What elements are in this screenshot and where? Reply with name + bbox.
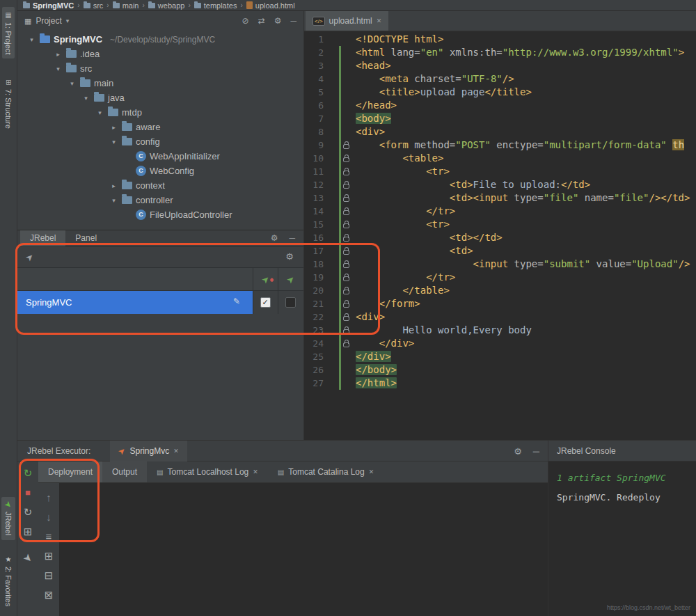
code-line-20[interactable]: 20 </table> (304, 284, 696, 297)
code-line-11[interactable]: 11 <tr> (304, 165, 696, 178)
code-line-25[interactable]: 25</div> (304, 350, 696, 363)
code-line-7[interactable]: 7<body> (304, 112, 696, 125)
breadcrumb-item-main[interactable]: main (113, 1, 139, 10)
collapsed-arrow-icon[interactable]: ▸ (54, 51, 63, 58)
breadcrumb-item-webapp[interactable]: webapp (148, 1, 185, 10)
dashboard-button[interactable]: ⊞ (24, 526, 33, 538)
breadcrumb-item-src[interactable]: src (84, 1, 104, 10)
wrench-icon[interactable]: ⚙ (285, 251, 294, 262)
tab-panel[interactable]: Panel (65, 230, 106, 246)
tree-row-fileuploadcontroller[interactable]: CFileUploadController (17, 207, 303, 222)
tree-row-controller[interactable]: ▾controller (17, 193, 303, 207)
tab-tomcat-localhost-log[interactable]: ▤Tomcat Localhost Log✕ (147, 461, 268, 482)
code-line-17[interactable]: 17 <td> (304, 244, 696, 258)
close-icon[interactable]: ✕ (173, 448, 179, 455)
tab-deployment[interactable]: Deployment (38, 461, 102, 482)
stop-button[interactable]: ■ (25, 487, 31, 499)
tab-jrebel[interactable]: JRebel (20, 230, 65, 246)
tree-row-idea[interactable]: ▸.idea (17, 47, 303, 61)
pin-button[interactable]: ➤ (20, 551, 35, 566)
code-line-18[interactable]: 18 <input type="submit" value="Upload"/> (304, 258, 696, 271)
code-line-12[interactable]: 12 <td>File to upload:</td> (304, 178, 696, 191)
gear-icon[interactable]: ⚙ (274, 16, 282, 26)
tree-row-main[interactable]: ▾main (17, 76, 303, 90)
close-icon[interactable]: ✕ (253, 468, 258, 475)
tree-row-src[interactable]: ▾src (17, 61, 303, 76)
print-button[interactable]: ⊟ (45, 569, 54, 582)
run-tab-springmvc[interactable]: ➤ SpringMvc ✕ (110, 441, 187, 461)
tree-row-config[interactable]: ▾config (17, 134, 303, 149)
minimize-icon[interactable]: ─ (290, 16, 296, 26)
clear-button[interactable]: ⊠ (45, 589, 54, 601)
minimize-icon[interactable]: ─ (289, 233, 295, 243)
code-line-19[interactable]: 19 </tr> (304, 271, 696, 284)
code-line-15[interactable]: 15 <tr> (304, 218, 696, 231)
tree-row-context[interactable]: ▸context (17, 178, 303, 193)
tab-tomcat-catalina-log[interactable]: ▤Tomcat Catalina Log✕ (268, 461, 383, 482)
code-line-13[interactable]: 13 <td><input type="file" name="file"/><… (304, 191, 696, 205)
gear-icon[interactable]: ⚙ (514, 446, 522, 457)
tree-row-webconfig[interactable]: CWebConfig (17, 164, 303, 178)
expanded-arrow-icon[interactable]: ▾ (54, 65, 63, 72)
code-line-6[interactable]: 6</head> (304, 99, 696, 112)
tree-row-springmvc[interactable]: ▾SpringMVC~/Develop/study/SpringMVC (17, 32, 303, 47)
editor-tab-upload-html[interactable]: </> upload.html ✕ (306, 11, 388, 31)
chevron-down-icon[interactable]: ▾ (66, 17, 70, 24)
code-line-3[interactable]: 3<head> (304, 59, 696, 72)
tab-output[interactable]: Output (102, 461, 147, 482)
run-output-area[interactable] (59, 483, 548, 616)
code-line-26[interactable]: 26</body> (304, 363, 696, 377)
code-line-2[interactable]: 2<html lang="en" xmlns:th="http://www.w3… (304, 46, 696, 59)
expanded-arrow-icon[interactable]: ▾ (95, 109, 104, 116)
tree-row-aware[interactable]: ▸aware (17, 120, 303, 134)
code-line-23[interactable]: 23 Hello world,Every body (304, 324, 696, 337)
expanded-arrow-icon[interactable]: ▾ (81, 95, 90, 102)
code-line-16[interactable]: 16 <td></td> (304, 231, 696, 244)
code-line-4[interactable]: 4 <meta charset="UTF-8"/> (304, 72, 696, 86)
stripe-button-1-project[interactable]: ▦1: Project (2, 7, 15, 58)
code-line-9[interactable]: 9 <form method="POST" enctype="multipart… (304, 139, 696, 152)
tree-row-mtdp[interactable]: ▾mtdp (17, 105, 303, 120)
code-editor[interactable]: 1<!DOCTYPE html>2<html lang="en" xmlns:t… (304, 31, 696, 440)
jrebel-remote-checkbox[interactable] (285, 297, 296, 308)
tree-row-webappinitializer[interactable]: CWebAppInitializer (17, 149, 303, 164)
scroll-up-button[interactable]: ↑ (46, 491, 52, 504)
stripe-button-jrebel[interactable]: ➤JRebel (1, 497, 15, 539)
refresh-button[interactable]: ↻ (24, 506, 33, 519)
code-line-5[interactable]: 5 <title>upload page</title> (304, 86, 696, 99)
breadcrumb-item-upload-html[interactable]: upload.html (246, 1, 295, 10)
jrebel-console-output[interactable]: 1 artifact SpringMVCSpringMVC. Redeploy (548, 461, 696, 616)
collapsed-arrow-icon[interactable]: ▸ (109, 124, 118, 131)
minimize-icon[interactable]: ─ (533, 446, 539, 457)
code-line-10[interactable]: 10 <table> (304, 152, 696, 165)
code-line-27[interactable]: 27</html> (304, 377, 696, 390)
code-line-21[interactable]: 21 </form> (304, 297, 696, 310)
scroll-down-button[interactable]: ↓ (46, 511, 52, 523)
hide-circle-icon[interactable]: ⊘ (242, 16, 249, 26)
collapsed-arrow-icon[interactable]: ▸ (109, 182, 118, 189)
edit-pencil-icon[interactable]: ✎ (233, 297, 240, 306)
code-line-24[interactable]: 24 </div> (304, 337, 696, 350)
scroll-from-source-icon[interactable]: ⇄ (258, 16, 265, 26)
code-line-22[interactable]: 22<div> (304, 310, 696, 324)
close-icon[interactable]: ✕ (369, 468, 374, 475)
expanded-arrow-icon[interactable]: ▾ (109, 139, 118, 145)
code-line-8[interactable]: 8<div> (304, 125, 696, 139)
tree-row-java[interactable]: ▾java (17, 90, 303, 105)
expanded-arrow-icon[interactable]: ▾ (27, 36, 36, 43)
stripe-button-7-structure[interactable]: ⊞7: Structure (2, 75, 15, 132)
layout-button[interactable]: ⊞ (45, 550, 54, 562)
jrebel-enabled-checkbox[interactable]: ✓ (260, 297, 271, 308)
expanded-arrow-icon[interactable]: ▾ (68, 80, 77, 87)
stripe-button-2-favorites[interactable]: ★2: Favorites (2, 551, 15, 610)
jrebel-project-row[interactable]: SpringMVC ✎ ✓ (17, 291, 303, 314)
rerun-button[interactable]: ↻ (24, 467, 33, 480)
gear-icon[interactable]: ⚙ (271, 233, 278, 243)
expanded-arrow-icon[interactable]: ▾ (109, 197, 118, 204)
breadcrumb-item-templates[interactable]: templates (194, 1, 237, 10)
breadcrumb-item-springmvc[interactable]: SpringMVC (23, 1, 74, 10)
collapse-all-button[interactable]: ≡ (46, 530, 52, 543)
code-line-1[interactable]: 1<!DOCTYPE html> (304, 33, 696, 46)
code-line-14[interactable]: 14 </tr> (304, 205, 696, 218)
close-icon[interactable]: ✕ (377, 17, 382, 24)
